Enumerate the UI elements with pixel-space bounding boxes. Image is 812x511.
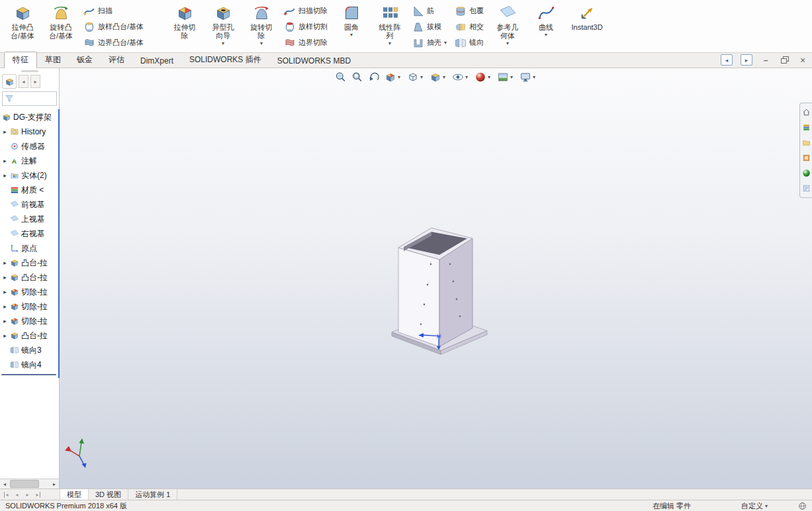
dock-left-icon[interactable] (721, 54, 733, 66)
display-style-button[interactable] (429, 71, 447, 83)
intersect-button[interactable]: 相交 (455, 19, 484, 34)
tab-solidworks-mbd[interactable]: SOLIDWORKS MBD (269, 54, 359, 68)
tree-item-mirror[interactable]: 镜向3 (0, 343, 59, 357)
tree-item-boss-extrude[interactable]: 凸台-拉 (0, 270, 59, 285)
tree-item-annotations[interactable]: 注解 (0, 154, 59, 168)
tree-horizontal-scrollbar[interactable]: ◂ ▸ (0, 479, 59, 488)
wrap-button[interactable]: 包覆 (455, 3, 484, 19)
tabstrip-left-arrow-icon[interactable] (19, 75, 28, 88)
featuremanager-tab[interactable] (2, 74, 17, 89)
dropdown-arrow-icon[interactable] (260, 40, 263, 46)
shell-button[interactable]: 抽壳 (412, 35, 447, 50)
tab-motion-study[interactable]: 运动算例 1 (128, 489, 177, 500)
tab-sheet-metal[interactable]: 钣金 (69, 52, 101, 68)
revolved-cut-button[interactable]: 旋转切 除 (243, 1, 280, 52)
dropdown-arrow-icon[interactable] (441, 71, 447, 83)
dropdown-arrow-icon[interactable] (545, 32, 547, 38)
tree-item-origin[interactable]: 原点 (0, 241, 59, 256)
tree-item-boss-extrude[interactable]: 凸台-拉 (0, 328, 59, 343)
curves-button[interactable]: 曲线 (527, 1, 564, 52)
model-3d-view[interactable] (60, 68, 812, 488)
next-tab-icon[interactable] (23, 492, 32, 498)
instant3d-button[interactable]: Instant3D (566, 1, 608, 52)
expander-icon[interactable] (2, 128, 8, 135)
expander-icon[interactable] (2, 303, 8, 310)
rib-button[interactable]: 筋 (412, 3, 447, 19)
dropdown-arrow-icon[interactable] (531, 71, 537, 83)
status-globe-icon[interactable] (798, 502, 807, 510)
swept-cut-button[interactable]: 扫描切除 (284, 3, 328, 19)
scroll-right-icon[interactable]: ▸ (50, 480, 59, 488)
custom-dropdown[interactable]: 自定义 (741, 501, 768, 511)
extruded-cut-button[interactable]: 拉伸切 除 (166, 1, 203, 52)
view-orientation-button[interactable] (407, 71, 424, 83)
expander-icon[interactable] (2, 259, 8, 266)
last-tab-icon[interactable] (33, 492, 43, 498)
tube-body[interactable] (398, 228, 473, 346)
section-view-button[interactable] (384, 71, 402, 83)
dropdown-arrow-icon[interactable] (396, 71, 402, 83)
tab-model[interactable]: 模型 (60, 489, 89, 500)
solidworks-resources-icon[interactable] (802, 108, 811, 116)
dropdown-arrow-icon[interactable] (222, 40, 224, 46)
close-icon[interactable] (797, 55, 808, 65)
design-library-icon[interactable] (802, 123, 811, 132)
dropdown-arrow-icon[interactable] (464, 71, 469, 83)
boundary-cut-button[interactable]: 边界切除 (284, 35, 328, 50)
tree-item-solid-bodies[interactable]: 实体(2) (0, 168, 59, 183)
tree-item-cut-extrude[interactable]: 切除-拉 (0, 314, 59, 328)
appearances-scenes-icon[interactable] (802, 169, 811, 177)
edit-appearance-button[interactable] (474, 71, 492, 83)
tree-item-cut-extrude[interactable]: 切除-拉 (0, 299, 59, 314)
previous-tab-icon[interactable] (12, 492, 22, 498)
tab-dimxpert[interactable]: DimXpert (132, 54, 181, 68)
tree-item-sensors[interactable]: 传感器 (0, 139, 59, 154)
expander-icon[interactable] (2, 332, 8, 339)
tree-item-boss-extrude[interactable]: 凸台-拉 (0, 256, 59, 270)
lofted-boss-button[interactable]: 放样凸台/基体 (83, 19, 144, 34)
expander-icon[interactable] (2, 274, 8, 281)
restore-icon[interactable] (779, 55, 789, 65)
draft-button[interactable]: 拔模 (412, 19, 447, 34)
dropdown-arrow-icon[interactable] (444, 40, 447, 46)
expander-icon[interactable] (2, 158, 8, 164)
scrollbar-thumb[interactable] (10, 480, 39, 488)
fillet-button[interactable]: 圆角 (333, 1, 370, 52)
zoom-to-fit-button[interactable] (335, 71, 346, 83)
panel-splitter-handle[interactable] (0, 68, 59, 73)
linear-pattern-button[interactable]: 线性阵 列 (371, 1, 408, 52)
file-explorer-icon[interactable] (802, 138, 811, 147)
tab-3d-views[interactable]: 3D 视图 (89, 489, 128, 500)
hide-show-items-button[interactable] (452, 71, 469, 83)
expander-icon[interactable] (2, 318, 8, 324)
first-tab-icon[interactable] (1, 492, 11, 498)
tab-sketch[interactable]: 草图 (37, 52, 69, 68)
swept-boss-button[interactable]: 扫描 (83, 3, 144, 19)
hole-wizard-button[interactable]: 异型孔 向导 (204, 1, 242, 52)
tabstrip-right-arrow-icon[interactable] (30, 75, 40, 88)
dropdown-arrow-icon[interactable] (419, 71, 424, 83)
tree-item-top-plane[interactable]: 上视基 (0, 212, 59, 226)
rollback-bar[interactable] (1, 374, 56, 375)
reference-geometry-button[interactable]: 参考几 何体 (489, 1, 526, 52)
apply-scene-button[interactable] (497, 71, 514, 83)
tree-item-front-plane[interactable]: 前视基 (0, 197, 59, 212)
view-palette-icon[interactable] (802, 154, 811, 162)
dropdown-arrow-icon[interactable] (509, 71, 514, 83)
extruded-boss-button[interactable]: 拉伸凸 台/基体 (4, 1, 41, 52)
tree-item-material[interactable]: 材质 < (0, 183, 59, 197)
tab-features[interactable]: 特征 (4, 52, 37, 68)
tab-solidworks-addins[interactable]: SOLIDWORKS 插件 (181, 52, 269, 68)
tree-item-cut-extrude[interactable]: 切除-拉 (0, 285, 59, 299)
minimize-icon[interactable] (760, 55, 771, 65)
tree-filter-input[interactable] (2, 91, 57, 106)
boundary-boss-button[interactable]: 边界凸台/基体 (83, 35, 144, 50)
dropdown-arrow-icon[interactable] (486, 71, 492, 83)
view-settings-button[interactable] (519, 71, 537, 83)
graphics-area[interactable] (60, 68, 812, 488)
revolved-boss-button[interactable]: 旋转凸 台/基体 (42, 1, 79, 52)
tree-item-history[interactable]: History (0, 124, 59, 139)
dropdown-arrow-icon[interactable] (388, 40, 391, 46)
dock-right-icon[interactable] (741, 54, 752, 66)
mirror-button[interactable]: 镜向 (455, 35, 484, 50)
